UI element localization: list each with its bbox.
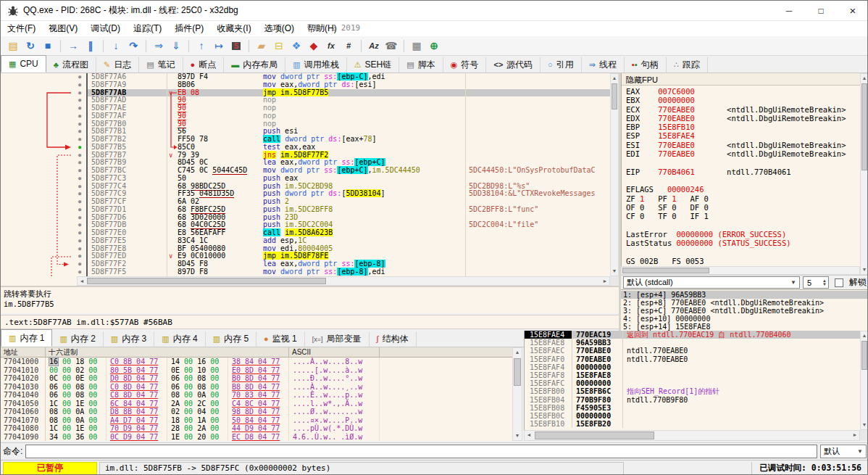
- registers-hscrollbar[interactable]: [621, 266, 860, 275]
- label-icon[interactable]: ❖: [288, 38, 305, 54]
- tab-trace[interactable]: ∴ 跟踪: [667, 57, 708, 73]
- register-row[interactable]: EFLAGS 00000246: [626, 185, 860, 194]
- breakpoint-dot[interactable]: ●: [73, 136, 86, 144]
- registers-vscrollbar[interactable]: ▲ ▼: [860, 73, 868, 275]
- breakpoint-dot[interactable]: ●: [73, 190, 86, 198]
- disasm-row[interactable]: ● 5D8F77A9 8B06 mov eax,dword ptr ds:[es…: [73, 81, 610, 89]
- separator[interactable]: [188, 40, 189, 52]
- argument-row[interactable]: 5: [esp+14] 15E8FAE8: [621, 323, 868, 331]
- breakpoint-dot[interactable]: ●: [73, 268, 86, 276]
- breakpoint-dot[interactable]: ●: [73, 252, 86, 260]
- tab-references[interactable]: ○ 引用: [541, 57, 582, 73]
- tab-log[interactable]: ✎ 日志: [96, 57, 139, 73]
- stack-vscrollbar[interactable]: ▲ ▼: [860, 331, 868, 430]
- dump-vscrollbar[interactable]: ▲ ▼: [512, 347, 522, 441]
- breakpoint-dot[interactable]: ●: [73, 221, 86, 229]
- column-header-address[interactable]: 地址: [1, 347, 46, 357]
- stack-row[interactable]: 15E8FAE4 770EAC19 返回到 ntdll.770EAC19 自 n…: [525, 331, 860, 339]
- calculator-icon[interactable]: ▦: [408, 38, 425, 54]
- dump-row[interactable]: 77041010 00 00 02 00 80 5B 04 77 0E 00 1…: [1, 366, 512, 375]
- scroll-right-arrow[interactable]: ►: [851, 431, 859, 440]
- menu-plugins[interactable]: 插件(P): [168, 21, 210, 36]
- disasm-row[interactable]: ● 5D8F77CF 6A 02 push 2: [73, 198, 610, 206]
- scroll-up-arrow[interactable]: ▲: [861, 74, 868, 83]
- breakpoint-dot[interactable]: ●: [73, 81, 86, 89]
- disasm-row[interactable]: ● 5D8F77AF 90 nop: [73, 112, 610, 120]
- dump-row[interactable]: 77041050 1C 00 1E 00 6C 84 04 77 2A 00 2…: [1, 400, 512, 408]
- breakpoint-dot[interactable]: ●: [73, 104, 86, 112]
- function-icon[interactable]: fx: [322, 38, 340, 54]
- breakpoint-dot[interactable]: ●: [73, 198, 86, 206]
- tab-source[interactable]: <> 源代码: [486, 57, 541, 73]
- breakpoint-dot[interactable]: ●: [73, 120, 86, 128]
- stack-row[interactable]: 15E8FB10 15E8FB20: [525, 420, 860, 428]
- open-file-icon[interactable]: ▤: [4, 38, 22, 54]
- execute-till-return-icon[interactable]: ↑: [193, 38, 210, 54]
- register-row[interactable]: OF 0 SF 0 DF 0: [626, 203, 860, 212]
- disasm-row[interactable]: ● 5D8F77C3 50 push eax: [73, 175, 610, 183]
- disasm-row[interactable]: ● 5D8F77DB 68 04C0C25D push im.5DC2C004 …: [73, 221, 610, 229]
- breakpoint-dot[interactable]: ●: [73, 206, 86, 214]
- separator[interactable]: [249, 40, 249, 52]
- source-icon[interactable]: S: [228, 38, 245, 54]
- disasm-row[interactable]: ● 5D8F77E8 BF 05400080 mov edi,80004005: [73, 245, 610, 253]
- register-row[interactable]: EBX 00000000: [626, 96, 860, 104]
- breakpoint-dot[interactable]: ●: [73, 89, 86, 97]
- menu-view[interactable]: 视图(V): [42, 21, 84, 36]
- stack-hscrollbar[interactable]: ◄ ►: [524, 430, 860, 441]
- stop-icon[interactable]: ■: [39, 38, 57, 54]
- stack-row[interactable]: 15E8FAF4 00000000: [525, 363, 860, 371]
- disasm-row[interactable]: ● 5D8F77E0 E8 56EAFAFF call im.5D8A623B: [73, 229, 610, 237]
- column-header-hex[interactable]: 十六进制: [46, 347, 289, 357]
- disasm-row[interactable]: ● 5D8F77AD 90 nop: [73, 96, 610, 104]
- stack-row[interactable]: 15E8FB08 F45905E3: [525, 404, 860, 412]
- tab-handles[interactable]: ▪▪ 句柄: [625, 57, 667, 73]
- tab-locals[interactable]: [x=] 局部变量: [305, 331, 370, 347]
- hash-icon[interactable]: #: [340, 38, 357, 54]
- dump-row[interactable]: 77041060 08 00 0A 00 D8 8B 04 77 02 00 0…: [1, 408, 512, 416]
- dump-row[interactable]: 77041090 34 00 36 00 0C D9 04 77 1E 00 2…: [1, 433, 512, 442]
- disasm-row[interactable]: ● 5D8F77AB ∨ EB 08 jmp im.5D8F77B5: [73, 89, 610, 97]
- disasm-hscrollbar[interactable]: ◄ ►: [77, 276, 610, 286]
- patch-icon[interactable]: ▰: [253, 38, 270, 54]
- disasm-row[interactable]: ● 5D8F77B2 FF50 78 call dword ptr ds:[ea…: [73, 136, 610, 144]
- close-button[interactable]: ×: [837, 1, 868, 21]
- tab-notes[interactable]: ▤ 笔记: [139, 57, 183, 73]
- calling-convention-select[interactable]: 默认 (stdcall) ▼: [623, 276, 800, 289]
- stack-row[interactable]: 15E8FAF8 15E8FAE8: [525, 371, 860, 379]
- run-trace-icon[interactable]: ↦: [210, 38, 228, 54]
- disasm-vscrollbar[interactable]: ▲ ▼: [610, 73, 619, 276]
- breakpoint-dot[interactable]: ●: [73, 144, 86, 152]
- dump-row[interactable]: 77041070 08 00 0A 00 A4 D7 04 77 18 00 1…: [1, 416, 512, 425]
- disasm-row[interactable]: ● 5D8F77AE 90 nop: [73, 104, 610, 112]
- register-row[interactable]: ZF 1 PF 1 AF 0: [626, 194, 860, 203]
- breakpoint-dot[interactable]: ●: [73, 112, 86, 120]
- breakpoint-dot[interactable]: ●: [73, 237, 86, 245]
- restart-icon[interactable]: ↻: [22, 38, 39, 54]
- register-row[interactable]: CF 0 TF 0 IF 1: [626, 212, 860, 220]
- dump-row[interactable]: 77041020 0C 00 0E 00 D0 8D 04 77 06 00 0…: [1, 374, 512, 383]
- register-row[interactable]: EDI 770EABE0 <ntdll.DbgUiRemoteBreakin>: [626, 149, 860, 158]
- disasm-row[interactable]: ● 5D8F77BC C745 0C 5044C45D mov dword pt…: [73, 167, 610, 175]
- breakpoint-dot[interactable]: ●: [73, 96, 86, 104]
- breakpoint-dot[interactable]: ●: [73, 229, 86, 237]
- breakpoint-dot[interactable]: ●: [73, 214, 86, 222]
- send-icon[interactable]: ☎: [383, 38, 400, 54]
- tab-graph[interactable]: ♣ 流程图: [46, 57, 96, 73]
- tab-call-stack[interactable]: ▥ 调用堆栈: [285, 57, 346, 73]
- menu-favourites[interactable]: 收藏夹(I): [210, 21, 257, 36]
- command-input[interactable]: [25, 445, 817, 458]
- tab-dump-5[interactable]: ▥ 内存 5: [206, 331, 256, 347]
- argument-row[interactable]: 3: [esp+C] 770EABE0 <ntdll.DbgUiRemoteBr…: [621, 307, 868, 315]
- tab-seh[interactable]: ⚠ SEH链: [347, 57, 400, 73]
- register-row[interactable]: [626, 247, 860, 256]
- tab-dump-4[interactable]: ▥ 内存 4: [154, 331, 205, 347]
- stepper-arrows-icon[interactable]: ▲▼: [822, 279, 828, 286]
- register-row[interactable]: LastError 00000000 (ERROR_SUCCESS): [626, 230, 860, 239]
- tab-threads[interactable]: ⇒ 线程: [582, 57, 625, 73]
- tab-symbols[interactable]: ◉ 符号: [443, 57, 487, 73]
- run-to-user-code-icon[interactable]: ⇒: [150, 38, 167, 54]
- scroll-down-arrow[interactable]: ▼: [861, 421, 868, 429]
- scroll-up-arrow[interactable]: ▲: [861, 331, 868, 340]
- separator[interactable]: [404, 40, 404, 52]
